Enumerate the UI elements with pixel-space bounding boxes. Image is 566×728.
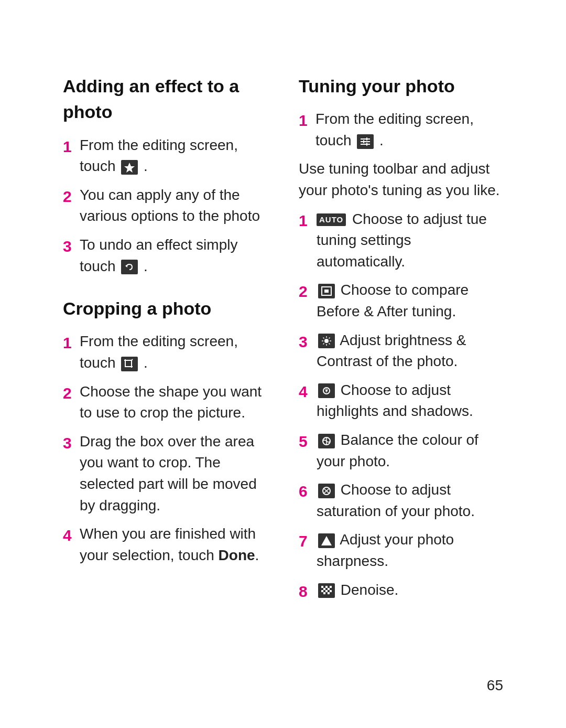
step-number: 3	[63, 432, 77, 455]
tuning-text: Balance the colour of your photo.	[317, 430, 503, 472]
step-text: From the editing screen, touch .	[315, 109, 503, 151]
tuning-step1: 1 From the editing screen, touch	[299, 109, 503, 151]
page-number: 65	[487, 675, 503, 697]
tuning-text: Denoise.	[317, 580, 398, 601]
svg-rect-10	[366, 137, 367, 141]
highlight-icon: ?	[318, 383, 335, 398]
section-title-tuning-photo: Tuning your photo	[299, 73, 503, 99]
step-item: 1 From the editing screen, touch	[63, 331, 267, 373]
svg-rect-9	[361, 144, 370, 145]
svg-rect-38	[321, 590, 323, 592]
step-item: 3 Drag the box over the area you want to…	[63, 431, 267, 516]
step-item: 3 To undo an effect simply touch .	[63, 234, 267, 277]
svg-rect-40	[330, 590, 332, 592]
svg-line-20	[323, 338, 324, 339]
left-column: Adding an effect to a photo 1 From the e…	[63, 73, 267, 610]
tuning-item-2: 2 Choose to compare Before & After tunin…	[299, 280, 503, 322]
step-text: You can apply any of the various options…	[80, 185, 267, 227]
svg-line-6	[132, 359, 133, 360]
section-cropping-photo: Cropping a photo 1 From the editing scre…	[63, 296, 267, 566]
tuning-number: 6	[299, 480, 312, 503]
svg-rect-37	[328, 588, 330, 590]
crop-icon	[121, 357, 138, 371]
svg-text:?: ?	[325, 388, 328, 394]
star-icon	[121, 160, 138, 175]
undo-icon	[121, 260, 138, 274]
svg-marker-32	[321, 536, 332, 545]
tuning-text: ? Choose to adjust highlights and shadow…	[317, 380, 503, 422]
tuning-number: 3	[299, 330, 312, 354]
tuning-text: Adjust brightness & Contrast of the phot…	[317, 330, 503, 372]
step-text: When you are finished with your selectio…	[80, 523, 267, 566]
svg-marker-0	[124, 163, 135, 173]
svg-line-22	[329, 338, 330, 339]
svg-rect-41	[323, 592, 325, 594]
svg-rect-12	[366, 143, 367, 146]
tuning-item-5: 5 Balance the colour of your photo.	[299, 430, 503, 472]
svg-point-15	[324, 339, 329, 343]
svg-line-23	[323, 344, 324, 345]
svg-rect-36	[323, 588, 325, 590]
step-number: 1	[63, 135, 77, 158]
step-number: 4	[63, 524, 77, 547]
brightness-icon	[318, 334, 335, 348]
tuning-number: 8	[299, 580, 312, 603]
step-item: 1 From the editing screen, touch .	[63, 135, 267, 177]
tuning-item-6: 6 Choose to adjust saturation of your ph…	[299, 479, 503, 522]
svg-rect-11	[363, 140, 364, 143]
balance-icon	[318, 434, 335, 448]
step-text: From the editing screen, touch .	[80, 135, 267, 177]
step-number: 3	[63, 235, 77, 258]
step-number: 2	[63, 382, 77, 405]
adding-effect-steps: 1 From the editing screen, touch . 2 You…	[63, 135, 267, 277]
compare-icon	[318, 284, 335, 298]
svg-rect-35	[330, 586, 332, 588]
step-text: To undo an effect simply touch .	[80, 234, 267, 277]
tuning-text: Adjust your photo sharpness.	[317, 529, 503, 572]
saturation-icon	[318, 484, 335, 498]
step-item: 2 Choose the shape you want to use to cr…	[63, 381, 267, 424]
tuning-text: AUTO Choose to adjust tue tuning setting…	[317, 209, 503, 273]
tuning-description: Use tuning toolbar and adjust your photo…	[299, 158, 503, 201]
step-number: 2	[63, 185, 77, 208]
step-item: 2 You can apply any of the various optio…	[63, 185, 267, 227]
tuning-text: Choose to adjust saturation of your phot…	[317, 479, 503, 522]
tuning-item-3: 3	[299, 330, 503, 372]
right-column: Tuning your photo 1 From the editing scr…	[299, 73, 503, 610]
auto-badge-icon: AUTO	[317, 213, 346, 226]
sharpness-icon	[318, 533, 335, 548]
section-tuning-photo: Tuning your photo 1 From the editing scr…	[299, 73, 503, 603]
svg-rect-1	[125, 360, 132, 367]
section-title-cropping-photo: Cropping a photo	[63, 296, 267, 322]
section-adding-effect: Adding an effect to a photo 1 From the e…	[63, 73, 267, 277]
tuning-item-1: 1 AUTO Choose to adjust tue tuning setti…	[299, 209, 503, 273]
tuning-text: Choose to compare Before & After tuning.	[317, 280, 503, 322]
step-item: 4 When you are finished with your select…	[63, 523, 267, 566]
tuning-item-4: 4 ? Choose to adjust highlights and shad…	[299, 380, 503, 422]
cropping-steps: 1 From the editing screen, touch	[63, 331, 267, 566]
tuning-number: 2	[299, 280, 312, 303]
step-text: Drag the box over the area you want to c…	[80, 431, 267, 516]
tuning-item-7: 7 Adjust your photo sharpness.	[299, 529, 503, 572]
step-text: Choose the shape you want to use to crop…	[80, 381, 267, 424]
svg-line-21	[329, 344, 330, 345]
denoise-icon	[318, 583, 335, 598]
tuning-number: 5	[299, 430, 312, 453]
tune-icon	[357, 134, 374, 149]
tuning-number: 1	[299, 209, 312, 232]
svg-rect-14	[324, 290, 329, 293]
tuning-number: 4	[299, 380, 312, 403]
step-number: 1	[63, 331, 77, 355]
step-number: 1	[299, 109, 312, 132]
svg-rect-39	[325, 590, 328, 592]
section-title-adding-effect: Adding an effect to a photo	[63, 73, 267, 125]
svg-rect-33	[321, 586, 323, 588]
svg-rect-7	[361, 138, 370, 140]
tuning-item-8: 8	[299, 580, 503, 603]
page-content: Adding an effect to a photo 1 From the e…	[63, 73, 503, 610]
svg-rect-34	[325, 586, 328, 588]
svg-rect-8	[361, 141, 370, 142]
tuning-number: 7	[299, 530, 312, 553]
step-text: From the editing screen, touch	[80, 331, 267, 373]
svg-rect-42	[328, 592, 330, 594]
